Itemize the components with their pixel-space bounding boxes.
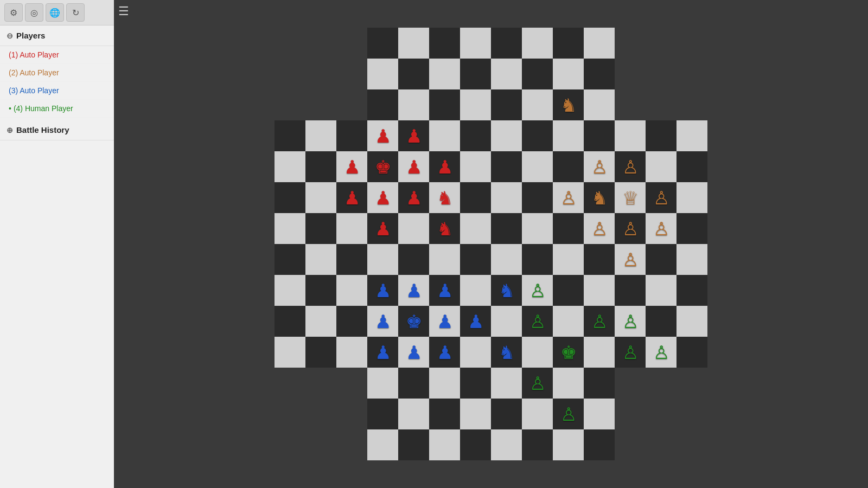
- board-cell[interactable]: ♟: [367, 213, 398, 244]
- board-cell[interactable]: [398, 28, 429, 59]
- board-cell[interactable]: [584, 337, 615, 368]
- board-cell[interactable]: ♟: [398, 120, 429, 151]
- board-cell[interactable]: [275, 429, 305, 460]
- board-cell[interactable]: [460, 59, 491, 89]
- board-cell[interactable]: [676, 213, 707, 244]
- board-cell[interactable]: [491, 244, 522, 275]
- board-cell[interactable]: ♙: [615, 337, 646, 368]
- board-cell[interactable]: ♟: [367, 182, 398, 213]
- board-cell[interactable]: [367, 59, 398, 89]
- board-cell[interactable]: [615, 89, 646, 120]
- board-cell[interactable]: [522, 120, 553, 151]
- board-cell[interactable]: [398, 399, 429, 429]
- board-cell[interactable]: [305, 120, 336, 151]
- board-cell[interactable]: [522, 182, 553, 213]
- board-cell[interactable]: [336, 89, 367, 120]
- board-cell[interactable]: ♟: [336, 151, 367, 182]
- board-cell[interactable]: [275, 89, 305, 120]
- board-cell[interactable]: [429, 59, 460, 89]
- board-cell[interactable]: ♟: [367, 306, 398, 337]
- board-cell[interactable]: [584, 368, 615, 399]
- board-cell[interactable]: [398, 213, 429, 244]
- board-cell[interactable]: [491, 59, 522, 89]
- board-cell[interactable]: [676, 28, 707, 59]
- board-cell[interactable]: [305, 182, 336, 213]
- board-cell[interactable]: [584, 28, 615, 59]
- board-cell[interactable]: [336, 244, 367, 275]
- board-cell[interactable]: ♙: [584, 306, 615, 337]
- board-cell[interactable]: [367, 89, 398, 120]
- board-cell[interactable]: [676, 337, 707, 368]
- board-cell[interactable]: [429, 28, 460, 59]
- board-cell[interactable]: ♟: [336, 182, 367, 213]
- board-cell[interactable]: [275, 28, 305, 59]
- board-cell[interactable]: [676, 182, 707, 213]
- board-cell[interactable]: [275, 368, 305, 399]
- board-cell[interactable]: [429, 120, 460, 151]
- board-cell[interactable]: [646, 429, 676, 460]
- board-cell[interactable]: [584, 429, 615, 460]
- board-cell[interactable]: [522, 28, 553, 59]
- board-cell[interactable]: [491, 28, 522, 59]
- board-cell[interactable]: [615, 399, 646, 429]
- board-cell[interactable]: [305, 89, 336, 120]
- board-cell[interactable]: ♟: [367, 120, 398, 151]
- board-cell[interactable]: [305, 429, 336, 460]
- board-cell[interactable]: ♟: [429, 337, 460, 368]
- board-cell[interactable]: [584, 275, 615, 306]
- board-cell[interactable]: [553, 244, 584, 275]
- board-cell[interactable]: [275, 182, 305, 213]
- board-cell[interactable]: [522, 213, 553, 244]
- board-cell[interactable]: [305, 28, 336, 59]
- board-cell[interactable]: [398, 244, 429, 275]
- board-cell[interactable]: [491, 368, 522, 399]
- board-cell[interactable]: [336, 213, 367, 244]
- board-cell[interactable]: [676, 120, 707, 151]
- board-cell[interactable]: ♙: [615, 151, 646, 182]
- board-cell[interactable]: [491, 213, 522, 244]
- board-cell[interactable]: [275, 399, 305, 429]
- board-cell[interactable]: [305, 244, 336, 275]
- player-2-item[interactable]: (2) Auto Player: [0, 64, 114, 82]
- board-cell[interactable]: [553, 306, 584, 337]
- board-cell[interactable]: [367, 399, 398, 429]
- board-cell[interactable]: [398, 59, 429, 89]
- board-cell[interactable]: [676, 275, 707, 306]
- board-cell[interactable]: [336, 368, 367, 399]
- board-cell[interactable]: [336, 429, 367, 460]
- board-cell[interactable]: [305, 306, 336, 337]
- board-cell[interactable]: ♞: [491, 337, 522, 368]
- board-cell[interactable]: [646, 244, 676, 275]
- board-cell[interactable]: [491, 429, 522, 460]
- board-cell[interactable]: [646, 59, 676, 89]
- circle-button[interactable]: ◎: [25, 3, 43, 22]
- board-cell[interactable]: ♞: [429, 213, 460, 244]
- board-cell[interactable]: [522, 337, 553, 368]
- board-cell[interactable]: [336, 275, 367, 306]
- board-cell[interactable]: ♞: [429, 182, 460, 213]
- board-cell[interactable]: [305, 213, 336, 244]
- board-cell[interactable]: [305, 59, 336, 89]
- board-cell[interactable]: [491, 182, 522, 213]
- board-cell[interactable]: [553, 151, 584, 182]
- board-cell[interactable]: [584, 399, 615, 429]
- board-cell[interactable]: [676, 306, 707, 337]
- board-cell[interactable]: [615, 28, 646, 59]
- board-cell[interactable]: [522, 244, 553, 275]
- board-cell[interactable]: [305, 399, 336, 429]
- board-cell[interactable]: [646, 120, 676, 151]
- board-cell[interactable]: ♚: [398, 306, 429, 337]
- board-cell[interactable]: [336, 28, 367, 59]
- board-cell[interactable]: [646, 89, 676, 120]
- board-cell[interactable]: [336, 59, 367, 89]
- board-cell[interactable]: [275, 244, 305, 275]
- board-cell[interactable]: [429, 368, 460, 399]
- board-cell[interactable]: ♞: [553, 89, 584, 120]
- board-cell[interactable]: [275, 275, 305, 306]
- board-cell[interactable]: [275, 151, 305, 182]
- board-cell[interactable]: [460, 429, 491, 460]
- board-cell[interactable]: [491, 399, 522, 429]
- board-cell[interactable]: [522, 399, 553, 429]
- board-cell[interactable]: [460, 28, 491, 59]
- board-cell[interactable]: [429, 244, 460, 275]
